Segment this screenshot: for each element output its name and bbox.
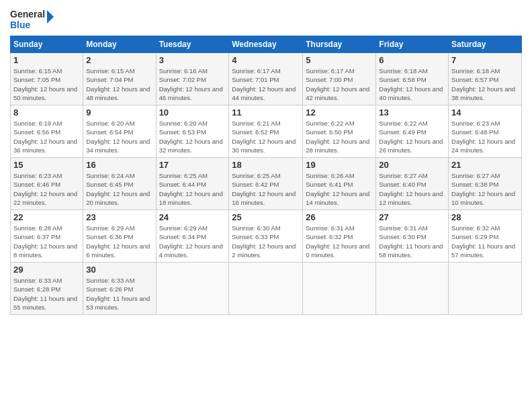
day-info: Sunrise: 6:33 AM Sunset: 6:26 PM Dayligh…: [86, 276, 152, 312]
day-cell: 22Sunrise: 6:28 AM Sunset: 6:37 PM Dayli…: [11, 210, 83, 263]
day-info: Sunrise: 6:27 AM Sunset: 6:38 PM Dayligh…: [451, 171, 519, 207]
day-info: Sunrise: 6:28 AM Sunset: 6:37 PM Dayligh…: [13, 224, 80, 259]
day-cell: [156, 263, 229, 315]
day-number: 27: [379, 212, 445, 222]
day-info: Sunrise: 6:21 AM Sunset: 6:52 PM Dayligh…: [232, 119, 300, 154]
day-number: 29: [13, 265, 80, 275]
day-number: 26: [306, 212, 373, 222]
col-header-sunday: Sunday: [11, 36, 83, 53]
day-number: 9: [86, 107, 152, 118]
day-info: Sunrise: 6:19 AM Sunset: 6:56 PM Dayligh…: [13, 119, 80, 154]
day-info: Sunrise: 6:31 AM Sunset: 6:32 PM Dayligh…: [306, 224, 373, 259]
day-number: 1: [13, 55, 80, 65]
day-number: 12: [306, 107, 373, 118]
day-cell: 8Sunrise: 6:19 AM Sunset: 6:56 PM Daylig…: [11, 105, 83, 158]
day-number: 17: [159, 160, 226, 170]
day-info: Sunrise: 6:23 AM Sunset: 6:46 PM Dayligh…: [13, 171, 80, 207]
day-info: Sunrise: 6:22 AM Sunset: 6:49 PM Dayligh…: [379, 119, 445, 154]
col-header-monday: Monday: [83, 36, 156, 53]
day-info: Sunrise: 6:25 AM Sunset: 6:44 PM Dayligh…: [159, 171, 226, 207]
day-info: Sunrise: 6:30 AM Sunset: 6:33 PM Dayligh…: [232, 224, 300, 259]
day-cell: 14Sunrise: 6:23 AM Sunset: 6:48 PM Dayli…: [449, 105, 522, 158]
day-cell: 24Sunrise: 6:29 AM Sunset: 6:34 PM Dayli…: [156, 210, 229, 263]
day-cell: [449, 263, 522, 315]
day-info: Sunrise: 6:33 AM Sunset: 6:28 PM Dayligh…: [13, 276, 80, 312]
day-info: Sunrise: 6:17 AM Sunset: 7:00 PM Dayligh…: [306, 66, 373, 102]
week-row-3: 15Sunrise: 6:23 AM Sunset: 6:46 PM Dayli…: [11, 158, 522, 210]
day-number: 23: [86, 212, 152, 222]
day-info: Sunrise: 6:22 AM Sunset: 6:50 PM Dayligh…: [306, 119, 373, 154]
day-info: Sunrise: 6:17 AM Sunset: 7:01 PM Dayligh…: [232, 66, 300, 102]
day-cell: 11Sunrise: 6:21 AM Sunset: 6:52 PM Dayli…: [229, 105, 303, 158]
day-number: 20: [379, 160, 445, 170]
day-cell: [229, 263, 303, 315]
day-cell: 29Sunrise: 6:33 AM Sunset: 6:28 PM Dayli…: [11, 263, 83, 315]
day-info: Sunrise: 6:15 AM Sunset: 7:05 PM Dayligh…: [13, 66, 80, 102]
day-cell: 25Sunrise: 6:30 AM Sunset: 6:33 PM Dayli…: [229, 210, 303, 263]
day-cell: 19Sunrise: 6:26 AM Sunset: 6:41 PM Dayli…: [303, 158, 376, 210]
day-cell: 2Sunrise: 6:15 AM Sunset: 7:04 PM Daylig…: [83, 53, 156, 105]
day-cell: 5Sunrise: 6:17 AM Sunset: 7:00 PM Daylig…: [303, 53, 376, 105]
day-cell: 21Sunrise: 6:27 AM Sunset: 6:38 PM Dayli…: [449, 158, 522, 210]
day-number: 2: [86, 55, 152, 65]
col-header-wednesday: Wednesday: [229, 36, 303, 53]
day-number: 30: [86, 265, 152, 275]
logo: GeneralBlue: [10, 7, 57, 30]
day-info: Sunrise: 6:20 AM Sunset: 6:53 PM Dayligh…: [159, 119, 226, 154]
week-row-2: 8Sunrise: 6:19 AM Sunset: 6:56 PM Daylig…: [11, 105, 522, 158]
day-cell: [303, 263, 376, 315]
day-number: 18: [232, 160, 300, 170]
day-number: 14: [451, 107, 519, 118]
day-number: 16: [86, 160, 152, 170]
day-number: 8: [13, 107, 80, 118]
day-number: 15: [13, 160, 80, 170]
col-header-saturday: Saturday: [449, 36, 522, 53]
day-number: 4: [232, 55, 300, 65]
day-info: Sunrise: 6:29 AM Sunset: 6:34 PM Dayligh…: [159, 224, 226, 259]
header: GeneralBlue: [10, 7, 522, 30]
day-info: Sunrise: 6:24 AM Sunset: 6:45 PM Dayligh…: [86, 171, 152, 207]
day-number: 25: [232, 212, 300, 222]
svg-marker-2: [47, 10, 54, 24]
calendar-table: SundayMondayTuesdayWednesdayThursdayFrid…: [10, 36, 522, 315]
day-number: 10: [159, 107, 226, 118]
day-cell: 12Sunrise: 6:22 AM Sunset: 6:50 PM Dayli…: [303, 105, 376, 158]
day-info: Sunrise: 6:26 AM Sunset: 6:41 PM Dayligh…: [306, 171, 373, 207]
day-cell: 26Sunrise: 6:31 AM Sunset: 6:32 PM Dayli…: [303, 210, 376, 263]
day-cell: [376, 263, 449, 315]
day-cell: 16Sunrise: 6:24 AM Sunset: 6:45 PM Dayli…: [83, 158, 156, 210]
day-info: Sunrise: 6:25 AM Sunset: 6:42 PM Dayligh…: [232, 171, 300, 207]
day-cell: 10Sunrise: 6:20 AM Sunset: 6:53 PM Dayli…: [156, 105, 229, 158]
day-number: 24: [159, 212, 226, 222]
day-number: 22: [13, 212, 80, 222]
day-info: Sunrise: 6:18 AM Sunset: 6:58 PM Dayligh…: [379, 66, 445, 102]
main-container: GeneralBlue SundayMondayTuesdayWednesday…: [0, 0, 532, 322]
week-row-1: 1Sunrise: 6:15 AM Sunset: 7:05 PM Daylig…: [11, 53, 522, 105]
day-cell: 28Sunrise: 6:32 AM Sunset: 6:29 PM Dayli…: [449, 210, 522, 263]
week-row-4: 22Sunrise: 6:28 AM Sunset: 6:37 PM Dayli…: [11, 210, 522, 263]
day-number: 7: [451, 55, 519, 65]
day-cell: 9Sunrise: 6:20 AM Sunset: 6:54 PM Daylig…: [83, 105, 156, 158]
day-info: Sunrise: 6:15 AM Sunset: 7:04 PM Dayligh…: [86, 66, 152, 102]
day-info: Sunrise: 6:29 AM Sunset: 6:36 PM Dayligh…: [86, 224, 152, 259]
day-info: Sunrise: 6:31 AM Sunset: 6:30 PM Dayligh…: [379, 224, 445, 259]
day-cell: 6Sunrise: 6:18 AM Sunset: 6:58 PM Daylig…: [376, 53, 449, 105]
day-number: 3: [159, 55, 226, 65]
day-number: 5: [306, 55, 373, 65]
day-info: Sunrise: 6:20 AM Sunset: 6:54 PM Dayligh…: [86, 119, 152, 154]
day-cell: 18Sunrise: 6:25 AM Sunset: 6:42 PM Dayli…: [229, 158, 303, 210]
day-number: 19: [306, 160, 373, 170]
week-row-5: 29Sunrise: 6:33 AM Sunset: 6:28 PM Dayli…: [11, 263, 522, 315]
day-cell: 13Sunrise: 6:22 AM Sunset: 6:49 PM Dayli…: [376, 105, 449, 158]
day-cell: 15Sunrise: 6:23 AM Sunset: 6:46 PM Dayli…: [11, 158, 83, 210]
day-number: 11: [232, 107, 300, 118]
day-cell: 7Sunrise: 6:18 AM Sunset: 6:57 PM Daylig…: [449, 53, 522, 105]
day-info: Sunrise: 6:32 AM Sunset: 6:29 PM Dayligh…: [451, 224, 519, 259]
day-cell: 17Sunrise: 6:25 AM Sunset: 6:44 PM Dayli…: [156, 158, 229, 210]
logo-icon: GeneralBlue: [10, 7, 57, 30]
day-info: Sunrise: 6:16 AM Sunset: 7:02 PM Dayligh…: [159, 66, 226, 102]
svg-text:General: General: [10, 9, 45, 19]
day-info: Sunrise: 6:18 AM Sunset: 6:57 PM Dayligh…: [451, 66, 519, 102]
day-cell: 1Sunrise: 6:15 AM Sunset: 7:05 PM Daylig…: [11, 53, 83, 105]
day-cell: 4Sunrise: 6:17 AM Sunset: 7:01 PM Daylig…: [229, 53, 303, 105]
